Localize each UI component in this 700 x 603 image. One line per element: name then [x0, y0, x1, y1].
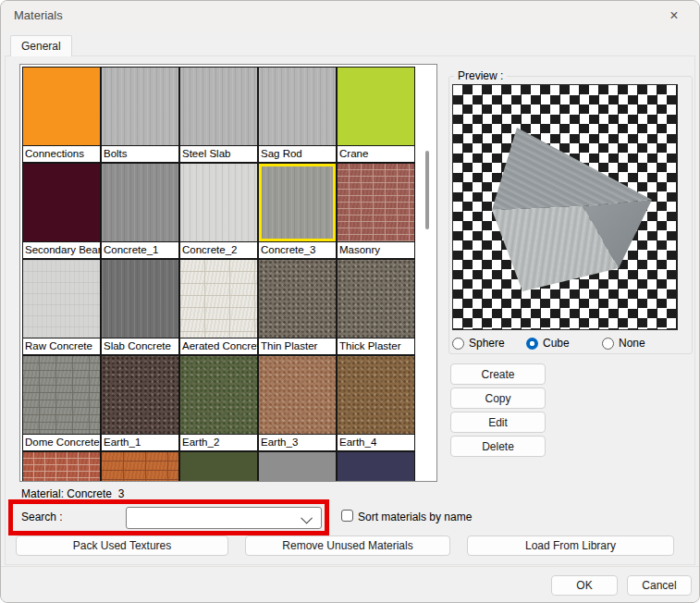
remove-unused-materials-button[interactable]: Remove Unused Materials: [245, 535, 450, 556]
material-label: Thick Plaster: [338, 338, 414, 354]
material-swatch: [259, 356, 336, 434]
materials-dialog: Materials × General Connections Bolts St…: [0, 0, 700, 603]
material-cell-concrete-3[interactable]: Concrete_3: [258, 163, 337, 259]
dialog-title: Materials: [14, 8, 63, 22]
edit-button-label: Edit: [488, 416, 508, 429]
material-label: Secondary Beam: [23, 241, 100, 258]
material-label: Earth_2: [180, 434, 257, 450]
material-swatch: [102, 452, 178, 482]
chevron-down-icon[interactable]: [301, 512, 313, 524]
material-cell-unnamed[interactable]: [258, 451, 337, 482]
radio-icon: [526, 338, 538, 350]
delete-button[interactable]: Delete: [450, 436, 546, 457]
material-label: Earth_4: [338, 434, 414, 450]
copy-button-label: Copy: [485, 392, 510, 405]
material-swatch: [180, 452, 257, 482]
material-cell-unnamed[interactable]: [22, 451, 101, 482]
radio-label: Sphere: [469, 337, 505, 350]
material-label: Connections: [23, 145, 100, 162]
delete-button-label: Delete: [482, 440, 514, 453]
material-swatch: [259, 260, 336, 338]
close-icon[interactable]: ×: [655, 3, 694, 29]
materials-list: Connections Bolts Steel Slab Sag Rod Cra…: [19, 64, 437, 482]
tab-general[interactable]: General: [10, 35, 72, 56]
materials-grid: Connections Bolts Steel Slab Sag Rod Cra…: [22, 67, 416, 482]
material-swatch: [23, 260, 100, 338]
material-cell-unnamed[interactable]: [337, 451, 415, 482]
material-cell-concrete-2[interactable]: Concrete_2: [179, 163, 258, 259]
material-swatch: [102, 356, 178, 434]
material-cell-connections[interactable]: Connections: [22, 67, 101, 163]
copy-button[interactable]: Copy: [450, 388, 546, 409]
selected-material-caption: Material: Concrete_3: [21, 487, 124, 500]
tab-general-label: General: [21, 40, 61, 53]
material-cell-earth-2[interactable]: Earth_2: [179, 355, 258, 451]
preview-group-label: Preview :: [454, 69, 507, 82]
material-cell-slab-concrete[interactable]: Slab Concrete: [101, 259, 179, 355]
preview-mode-radios: Sphere Cube None: [452, 335, 689, 351]
material-label: Slab Concrete: [102, 338, 178, 354]
ok-button[interactable]: OK: [551, 575, 618, 596]
material-cell-thick-plaster[interactable]: Thick Plaster: [337, 259, 415, 355]
material-label: Aerated Concrete: [180, 338, 257, 354]
material-label: Concrete_2: [180, 241, 257, 258]
material-cell-steel-slab[interactable]: Steel Slab: [179, 67, 258, 163]
material-label: Bolts: [102, 145, 178, 162]
material-label: Masonry: [338, 241, 414, 258]
material-swatch: [102, 164, 178, 241]
material-swatch: [180, 164, 257, 241]
load-from-library-button[interactable]: Load From Library: [467, 535, 674, 556]
material-cell-bolts[interactable]: Bolts: [101, 67, 179, 163]
material-cell-earth-1[interactable]: Earth_1: [101, 355, 179, 451]
material-label: Concrete_3: [259, 241, 336, 258]
load-from-library-label: Load From Library: [525, 539, 616, 552]
material-swatch: [23, 356, 100, 434]
edit-button[interactable]: Edit: [450, 412, 546, 433]
pack-used-textures-label: Pack Used Textures: [73, 539, 172, 552]
material-swatch: [338, 452, 414, 482]
search-label: Search :: [21, 511, 63, 523]
cancel-button[interactable]: Cancel: [627, 575, 692, 596]
material-cell-earth-3[interactable]: Earth_3: [258, 355, 337, 451]
material-label: Crane: [338, 145, 414, 162]
radio-icon: [602, 338, 614, 350]
material-cell-sag-rod[interactable]: Sag Rod: [258, 67, 337, 163]
material-cell-concrete-1[interactable]: Concrete_1: [101, 163, 179, 259]
material-swatch: [102, 68, 178, 145]
preview-viewport: [452, 84, 678, 330]
preview-cube: [453, 85, 677, 329]
material-cell-dome-concrete[interactable]: Dome Concrete: [22, 355, 101, 451]
material-cell-earth-4[interactable]: Earth_4: [337, 355, 415, 451]
preview-mode-radio-cube[interactable]: Cube: [526, 335, 602, 351]
material-swatch: [259, 68, 336, 145]
search-combobox[interactable]: [126, 507, 322, 529]
material-label: Sag Rod: [259, 145, 336, 162]
material-swatch: [23, 452, 100, 482]
material-label: Raw Concrete: [23, 338, 100, 354]
materials-scrollbar[interactable]: [425, 151, 429, 229]
sort-materials-checkbox[interactable]: [341, 510, 353, 522]
material-swatch: [338, 356, 414, 434]
material-cell-masonry[interactable]: Masonry: [337, 163, 415, 259]
material-swatch: [259, 164, 336, 241]
material-label: Earth_3: [259, 434, 336, 450]
material-label: Earth_1: [102, 434, 178, 450]
material-cell-crane[interactable]: Crane: [337, 67, 415, 163]
material-cell-raw-concrete[interactable]: Raw Concrete: [22, 259, 101, 355]
material-swatch: [180, 356, 257, 434]
material-cell-thin-plaster[interactable]: Thin Plaster: [258, 259, 337, 355]
preview-mode-radio-none[interactable]: None: [602, 335, 689, 351]
pack-used-textures-button[interactable]: Pack Used Textures: [16, 535, 228, 556]
material-cell-secondary-beam[interactable]: Secondary Beam: [22, 163, 101, 259]
material-swatch: [259, 452, 336, 482]
material-label: Steel Slab: [180, 145, 257, 162]
material-swatch: [338, 164, 414, 241]
material-swatch: [23, 68, 100, 145]
material-cell-unnamed[interactable]: [179, 451, 258, 482]
create-button[interactable]: Create: [450, 363, 546, 385]
material-cell-aerated-concrete[interactable]: Aerated Concrete: [179, 259, 258, 355]
radio-label: None: [619, 337, 645, 350]
preview-mode-radio-sphere[interactable]: Sphere: [452, 335, 526, 351]
material-swatch: [338, 260, 414, 338]
material-cell-unnamed[interactable]: [101, 451, 179, 482]
